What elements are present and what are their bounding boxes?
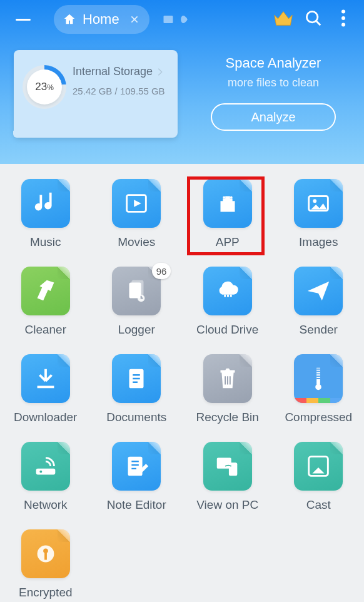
tile-label: Compressed xyxy=(285,411,352,424)
tile-cast[interactable]: Cast xyxy=(273,442,365,512)
premium-button[interactable] xyxy=(271,8,295,31)
tile-sender[interactable]: Sender xyxy=(273,267,365,337)
app-icon xyxy=(203,179,252,228)
more-vertical-icon xyxy=(341,9,346,29)
analyzer-subtitle: more files to clean xyxy=(196,76,350,89)
tile-label: Documents xyxy=(106,411,166,424)
svg-rect-27 xyxy=(44,553,47,560)
svg-point-3 xyxy=(341,16,345,20)
cast-icon xyxy=(294,442,343,491)
tile-images[interactable]: Images xyxy=(273,179,365,249)
storage-usage: 25.42 GB / 109.55 GB xyxy=(73,86,165,96)
svg-rect-13 xyxy=(224,295,226,297)
tile-label: Note Editor xyxy=(107,498,166,512)
tile-network[interactable]: Network xyxy=(0,442,91,512)
images-icon xyxy=(294,179,343,228)
tile-label: Images xyxy=(299,235,338,249)
tile-label: APP xyxy=(216,235,240,249)
tab-label: Home xyxy=(83,11,119,28)
tile-encrypted[interactable]: Encrypted xyxy=(0,529,91,599)
tile-cleaner[interactable]: Cleaner xyxy=(0,267,91,337)
windows-button[interactable] xyxy=(162,14,190,25)
compressed-icon xyxy=(294,354,343,403)
analyze-button[interactable]: Analyze xyxy=(211,103,336,131)
storage-percent: 23% xyxy=(35,81,54,93)
tile-label: Cleaner xyxy=(24,323,66,337)
tile-noteeditor[interactable]: Note Editor xyxy=(91,442,183,512)
tab-home[interactable]: Home xyxy=(54,5,149,34)
clouddrive-icon xyxy=(203,267,252,315)
sender-icon xyxy=(294,267,343,315)
menu-button[interactable] xyxy=(11,8,35,31)
crown-icon xyxy=(273,9,294,30)
overflow-menu-button[interactable] xyxy=(331,8,355,31)
search-icon xyxy=(304,9,323,30)
tile-label: Network xyxy=(24,498,68,512)
svg-rect-14 xyxy=(227,295,229,297)
analyzer-title: Space Analyzer xyxy=(196,55,350,71)
svg-rect-23 xyxy=(229,462,237,476)
logger-badge: 96 xyxy=(152,263,171,279)
documents-icon xyxy=(112,354,161,403)
svg-point-18 xyxy=(315,384,321,390)
tile-label: Music xyxy=(30,235,61,249)
svg-point-4 xyxy=(341,23,345,26)
svg-point-20 xyxy=(39,471,42,473)
svg-rect-0 xyxy=(163,16,173,23)
storage-gauge: 23% xyxy=(23,65,66,109)
svg-rect-11 xyxy=(132,280,144,296)
recyclebin-icon xyxy=(203,354,252,403)
svg-point-2 xyxy=(341,9,345,13)
svg-point-1 xyxy=(306,11,318,23)
internal-storage-card[interactable]: 23% Internal Storage 25.42 GB / 109.55 G… xyxy=(14,50,178,138)
network-icon xyxy=(21,442,70,491)
tile-viewonpc[interactable]: View on PC xyxy=(182,442,273,512)
tile-logger[interactable]: 96Logger xyxy=(91,267,183,337)
tile-music[interactable]: Music xyxy=(0,179,91,249)
viewonpc-icon xyxy=(203,442,252,491)
encrypted-icon xyxy=(21,529,70,578)
movies-icon xyxy=(112,179,161,228)
svg-point-6 xyxy=(223,196,225,199)
tile-label: Cast xyxy=(306,498,331,512)
downloader-icon xyxy=(21,354,70,403)
tile-label: Encrypted xyxy=(19,586,73,599)
tile-recyclebin[interactable]: Recycle Bin xyxy=(182,354,273,424)
tile-movies[interactable]: Movies xyxy=(91,179,183,249)
svg-rect-19 xyxy=(36,469,55,475)
search-button[interactable] xyxy=(301,8,325,31)
storage-name: Internal Storage xyxy=(73,65,165,78)
svg-point-7 xyxy=(230,196,233,199)
tile-documents[interactable]: Documents xyxy=(91,354,183,424)
tile-label: View on PC xyxy=(196,498,258,512)
svg-point-9 xyxy=(313,199,317,203)
svg-point-26 xyxy=(43,548,48,553)
tile-clouddrive[interactable]: Cloud Drive xyxy=(182,267,273,337)
tile-label: Logger xyxy=(118,323,155,337)
cleaner-icon xyxy=(21,267,70,315)
svg-rect-15 xyxy=(230,295,232,297)
tile-label: Recycle Bin xyxy=(196,411,259,424)
close-tab-button[interactable] xyxy=(128,13,141,26)
tile-downloader[interactable]: Downloader xyxy=(0,354,91,424)
music-icon xyxy=(21,179,70,228)
tile-label: Downloader xyxy=(14,411,77,424)
tile-label: Cloud Drive xyxy=(196,323,258,337)
tile-label: Movies xyxy=(118,235,155,249)
svg-rect-21 xyxy=(128,457,143,476)
noteeditor-icon xyxy=(112,442,161,491)
home-icon xyxy=(63,13,76,26)
tile-label: Sender xyxy=(300,323,338,337)
tile-compressed[interactable]: Compressed xyxy=(273,354,365,424)
tile-app[interactable]: APP xyxy=(182,179,273,249)
